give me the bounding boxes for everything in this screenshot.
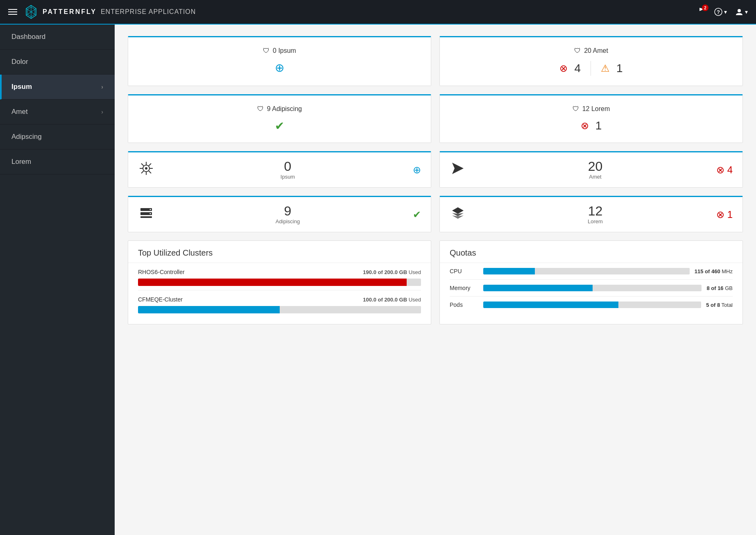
error-count-row-lorem: 1 (727, 209, 733, 220)
quota-memory-label: Memory (450, 285, 478, 291)
cluster-rhos6-name: RHOS6-Controller (138, 269, 185, 275)
shield-icon-adipiscing: 🛡 (257, 105, 264, 113)
app-body: Dashboard Dolor Ipsum › Amet › Adipscing… (0, 25, 756, 535)
logo-container: PATTERNFLY ENTERPRISE APPLICATION (24, 5, 196, 19)
card-ipsum-text: 0 Ipsum (273, 47, 296, 54)
row-adipiscing-info: 9 Adipiscing (163, 204, 413, 224)
add-icon-ipsum: ⊕ (275, 61, 284, 75)
user-button[interactable]: ▾ (735, 8, 748, 16)
sidebar-item-dashboard[interactable]: Dashboard (0, 25, 115, 50)
quota-cpu-bar-fill (483, 268, 535, 274)
svg-marker-24 (452, 207, 464, 214)
cluster-rhos6-used-bold: 190.0 of 200.0 GB (363, 269, 407, 275)
quota-pods-bold: 5 of 8 (706, 302, 720, 308)
row-adipiscing-label: Adipiscing (163, 218, 413, 224)
svg-text:?: ? (717, 9, 720, 15)
warn-count-amet: 1 (616, 62, 623, 75)
card-adipiscing-text: 9 Adipiscing (267, 105, 302, 113)
error-icon-row-lorem: ⊗ (716, 209, 724, 220)
card-lorem-title: 🛡 12 Lorem (573, 105, 610, 113)
error-icon-amet: ⊗ (559, 63, 568, 74)
server-icon (138, 206, 154, 223)
sidebar: Dashboard Dolor Ipsum › Amet › Adipscing… (0, 25, 115, 535)
sidebar-item-adipscing[interactable]: Adipscing (0, 125, 115, 150)
row-lorem-label: Lorem (474, 218, 716, 224)
app-name: ENTERPRISE APPLICATION (101, 8, 196, 16)
card-ipsum: 🛡 0 Ipsum ⊕ (128, 36, 431, 86)
quota-item-pods: Pods 5 of 8 Total (450, 297, 733, 313)
card-lorem-content: ⊗ 1 (581, 119, 602, 132)
row-ipsum-label: Ipsum (163, 174, 413, 180)
top-clusters-panel: Top Utilized Clusters RHOS6-Controller 1… (128, 240, 431, 324)
row-card-lorem: 12 Lorem ⊗ 1 (439, 196, 743, 232)
row-card-adipiscing: 9 Adipiscing ✔ (128, 196, 431, 232)
svg-line-14 (141, 163, 144, 166)
cluster-rhos6-progress-bg (138, 279, 421, 286)
quotas-panel: Quotas CPU 115 of 460 MHz Mem (439, 240, 743, 324)
quota-cpu-text: 115 of 460 MHz (695, 268, 733, 274)
logo-text: PATTERNFLY (43, 8, 97, 16)
cluster-cfmeqe-progress-fill (138, 306, 280, 313)
svg-marker-18 (452, 163, 464, 174)
quota-item-cpu: CPU 115 of 460 MHz (450, 263, 733, 280)
main-content: 🛡 0 Ipsum ⊕ 🛡 20 Amet ⊗ 4 ⚠ 1 (115, 25, 756, 535)
card-ipsum-title: 🛡 0 Ipsum (263, 47, 296, 54)
divider-amet (591, 61, 591, 76)
help-chevron: ▾ (724, 9, 727, 15)
sidebar-item-dolor[interactable]: Dolor (0, 50, 115, 75)
sidebar-label-dolor: Dolor (11, 58, 28, 66)
shield-icon-ipsum: 🛡 (263, 47, 269, 54)
hamburger-button[interactable] (8, 9, 17, 15)
svg-point-22 (150, 209, 151, 210)
svg-rect-21 (140, 216, 152, 218)
card-amet-text: 20 Amet (584, 47, 608, 54)
quota-pods-bar-bg (483, 302, 701, 308)
quota-memory-text: 8 of 16 GB (706, 285, 733, 291)
clusters-panel-body: RHOS6-Controller 190.0 of 200.0 GB Used (128, 263, 431, 324)
row-lorem-status: ⊗ 1 (716, 209, 733, 220)
svg-point-23 (150, 213, 151, 214)
row-ipsum-info: 0 Ipsum (163, 160, 413, 180)
user-icon (735, 8, 743, 16)
shield-icon-lorem: 🛡 (573, 105, 579, 113)
quota-cpu-bold: 115 of 460 (695, 268, 720, 274)
sidebar-label-lorem: Lorem (11, 158, 31, 166)
row-lorem-number: 12 (474, 204, 716, 218)
row-amet-number: 20 (474, 160, 716, 173)
cluster-cfmeqe-usage: 100.0 of 200.0 GB Used (363, 297, 421, 303)
svg-point-9 (145, 167, 147, 170)
cluster-cfmeqe-header: CFMEQE-Cluster 100.0 of 200.0 GB Used (138, 296, 421, 303)
card-amet-title: 🛡 20 Amet (574, 47, 608, 54)
sidebar-label-amet: Amet (11, 108, 28, 116)
user-chevron: ▾ (745, 9, 748, 15)
cluster-item-rhos6: RHOS6-Controller 190.0 of 200.0 GB Used (138, 263, 421, 290)
cluster-rhos6-progress-fill (138, 279, 407, 286)
cluster-cfmeqe-name: CFMEQE-Cluster (138, 296, 183, 303)
card-adipiscing: 🛡 9 Adipiscing ✔ (128, 94, 431, 143)
row-card-ipsum: 0 Ipsum ⊕ (128, 151, 431, 188)
sidebar-item-ipsum[interactable]: Ipsum › (0, 75, 115, 100)
sidebar-item-lorem[interactable]: Lorem (0, 150, 115, 175)
cluster-rhos6-header: RHOS6-Controller 190.0 of 200.0 GB Used (138, 269, 421, 275)
row-cards-grid: 0 Ipsum ⊕ 20 Amet ⊗ 4 (128, 151, 743, 232)
help-button[interactable]: ? ▾ (714, 8, 727, 16)
row-ipsum-number: 0 (163, 160, 413, 173)
sidebar-label-adipscing: Adipscing (11, 133, 42, 141)
row-adipiscing-status: ✔ (413, 209, 421, 220)
logo-icon (24, 5, 38, 19)
svg-line-16 (149, 163, 151, 166)
quota-memory-bar-fill (483, 285, 593, 291)
cluster-item-cfmeqe: CFMEQE-Cluster 100.0 of 200.0 GB Used (138, 290, 421, 317)
sidebar-item-amet[interactable]: Amet › (0, 100, 115, 125)
notification-button[interactable]: 2 (698, 7, 706, 17)
sidebar-arrow-amet: › (101, 109, 103, 115)
card-lorem-text: 12 Lorem (582, 105, 610, 113)
quota-item-memory: Memory 8 of 16 GB (450, 280, 733, 297)
clusters-panel-header: Top Utilized Clusters (128, 241, 431, 263)
sidebar-label-dashboard: Dashboard (11, 33, 45, 41)
help-icon: ? (714, 8, 722, 16)
error-count-lorem: 1 (595, 119, 602, 132)
quota-cpu-label: CPU (450, 268, 478, 274)
row-lorem-info: 12 Lorem (474, 204, 716, 224)
quota-memory-bold: 8 of 16 (706, 285, 723, 291)
